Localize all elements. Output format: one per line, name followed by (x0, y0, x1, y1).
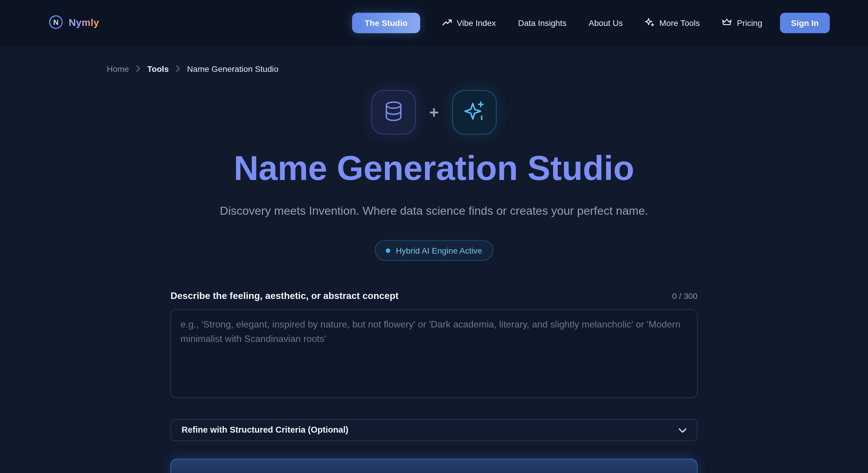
hero-icon-group: + (0, 90, 868, 134)
nav-item-label: About Us (589, 18, 623, 28)
nav-item-label: Pricing (737, 18, 762, 28)
nav-item-data-insights[interactable]: Data Insights (518, 18, 566, 28)
engine-status-badge: Hybrid AI Engine Active (375, 240, 493, 261)
top-nav-bar: N Nymly The Studio Vibe Index Data Insig… (0, 0, 868, 46)
breadcrumb: Home Tools Name Generation Studio (107, 64, 761, 74)
database-icon (382, 99, 405, 125)
sign-in-button[interactable]: Sign In (780, 13, 830, 33)
page-subtitle: Discovery meets Invention. Where data sc… (215, 202, 653, 219)
engine-status-label: Hybrid AI Engine Active (396, 246, 482, 255)
plus-separator: + (429, 103, 439, 122)
breadcrumb-tools[interactable]: Tools (147, 64, 169, 74)
breadcrumb-current: Name Generation Studio (187, 64, 278, 74)
breadcrumb-home[interactable]: Home (107, 64, 129, 74)
brand-name: Nymly (69, 17, 99, 29)
svg-text:N: N (53, 18, 59, 26)
refine-criteria-label: Refine with Structured Criteria (Optiona… (182, 425, 348, 435)
page: N Nymly The Studio Vibe Index Data Insig… (0, 0, 868, 473)
prompt-header: Describe the feeling, aesthetic, or abst… (170, 290, 698, 302)
refine-criteria-toggle[interactable]: Refine with Structured Criteria (Optiona… (170, 419, 698, 441)
nav-item-pricing[interactable]: Pricing (722, 18, 762, 28)
chevron-right-icon (136, 64, 140, 74)
crown-icon (722, 18, 732, 28)
database-tile (372, 90, 416, 134)
nav-item-the-studio[interactable]: The Studio (352, 13, 420, 33)
prompt-textarea[interactable] (170, 309, 698, 398)
generate-button[interactable] (170, 459, 698, 473)
nav-item-about-us[interactable]: About Us (589, 18, 623, 28)
sparkles-icon (645, 18, 654, 29)
nav-item-label: Data Insights (518, 18, 566, 28)
prompt-form: Describe the feeling, aesthetic, or abst… (170, 290, 698, 398)
nav-item-label: Vibe Index (457, 18, 496, 28)
main-nav: The Studio Vibe Index Data Insights Abou… (352, 13, 830, 33)
chevron-right-icon (176, 64, 180, 74)
nav-item-vibe-index[interactable]: Vibe Index (442, 18, 496, 28)
status-dot-icon (386, 248, 391, 253)
sparkles-icon (462, 99, 487, 125)
chevron-down-icon (679, 425, 686, 435)
prompt-label: Describe the feeling, aesthetic, or abst… (170, 290, 399, 302)
sparkles-tile (452, 90, 496, 134)
char-counter: 0 / 300 (672, 291, 698, 301)
brand-logo[interactable]: N Nymly (49, 15, 99, 31)
trending-up-icon (442, 18, 452, 28)
nav-item-more-tools[interactable]: More Tools (645, 18, 700, 29)
nymly-logo-icon: N (49, 15, 63, 31)
nav-item-label: More Tools (659, 18, 700, 28)
page-title: Name Generation Studio (0, 149, 868, 188)
